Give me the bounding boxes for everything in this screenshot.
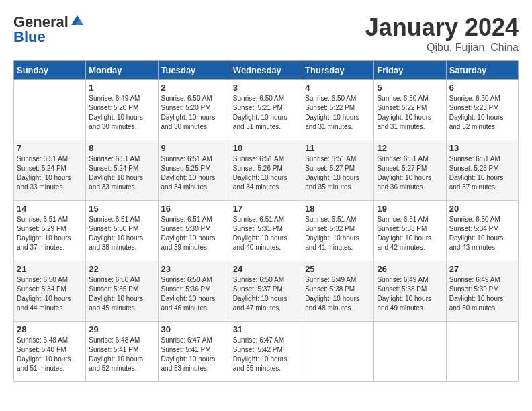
calendar-cell: 16Sunrise: 6:51 AM Sunset: 5:30 PM Dayli…	[158, 201, 230, 261]
day-info: Sunrise: 6:51 AM Sunset: 5:27 PM Dayligh…	[305, 154, 371, 192]
day-info: Sunrise: 6:50 AM Sunset: 5:22 PM Dayligh…	[377, 94, 443, 132]
day-info: Sunrise: 6:51 AM Sunset: 5:24 PM Dayligh…	[89, 154, 154, 192]
calendar-cell: 19Sunrise: 6:51 AM Sunset: 5:33 PM Dayli…	[374, 201, 446, 261]
calendar-cell: 22Sunrise: 6:50 AM Sunset: 5:35 PM Dayli…	[86, 261, 158, 322]
day-info: Sunrise: 6:51 AM Sunset: 5:33 PM Dayligh…	[377, 215, 443, 253]
calendar-cell	[446, 322, 518, 382]
logo-icon	[70, 13, 85, 28]
day-info: Sunrise: 6:51 AM Sunset: 5:27 PM Dayligh…	[377, 154, 443, 192]
day-number: 27	[449, 264, 515, 274]
calendar-cell: 1Sunrise: 6:49 AM Sunset: 5:20 PM Daylig…	[86, 80, 158, 140]
day-info: Sunrise: 6:51 AM Sunset: 5:32 PM Dayligh…	[305, 215, 371, 253]
calendar-cell: 5Sunrise: 6:50 AM Sunset: 5:22 PM Daylig…	[374, 80, 446, 140]
day-info: Sunrise: 6:50 AM Sunset: 5:35 PM Dayligh…	[89, 275, 154, 313]
day-number: 28	[17, 324, 83, 334]
calendar-cell: 28Sunrise: 6:48 AM Sunset: 5:40 PM Dayli…	[14, 322, 86, 382]
day-number: 30	[161, 324, 227, 334]
calendar-cell: 31Sunrise: 6:47 AM Sunset: 5:42 PM Dayli…	[230, 322, 302, 382]
day-info: Sunrise: 6:49 AM Sunset: 5:38 PM Dayligh…	[377, 275, 443, 313]
day-number: 21	[17, 264, 83, 274]
calendar-cell: 17Sunrise: 6:51 AM Sunset: 5:31 PM Dayli…	[230, 201, 302, 261]
day-number: 12	[377, 143, 443, 153]
calendar-cell: 27Sunrise: 6:49 AM Sunset: 5:39 PM Dayli…	[446, 261, 518, 322]
calendar-cell: 9Sunrise: 6:51 AM Sunset: 5:25 PM Daylig…	[158, 140, 230, 201]
calendar-cell: 18Sunrise: 6:51 AM Sunset: 5:32 PM Dayli…	[302, 201, 374, 261]
calendar-table: SundayMondayTuesdayWednesdayThursdayFrid…	[13, 60, 519, 382]
day-number: 9	[161, 143, 227, 153]
day-number: 4	[305, 83, 371, 93]
calendar-cell: 12Sunrise: 6:51 AM Sunset: 5:27 PM Dayli…	[374, 140, 446, 201]
title-block: January 2024 Qibu, Fujian, China	[365, 13, 519, 54]
day-info: Sunrise: 6:50 AM Sunset: 5:22 PM Dayligh…	[305, 94, 371, 132]
day-info: Sunrise: 6:50 AM Sunset: 5:34 PM Dayligh…	[17, 275, 83, 313]
day-number: 23	[161, 264, 227, 274]
day-info: Sunrise: 6:51 AM Sunset: 5:29 PM Dayligh…	[17, 215, 83, 253]
day-number: 8	[89, 143, 154, 153]
calendar-cell: 14Sunrise: 6:51 AM Sunset: 5:29 PM Dayli…	[14, 201, 86, 261]
col-header-monday: Monday	[86, 61, 158, 80]
day-info: Sunrise: 6:50 AM Sunset: 5:23 PM Dayligh…	[449, 94, 515, 132]
day-number: 6	[449, 83, 515, 93]
page-header: General Blue January 2024 Qibu, Fujian, …	[13, 13, 519, 54]
day-number: 1	[89, 83, 154, 93]
day-info: Sunrise: 6:49 AM Sunset: 5:20 PM Dayligh…	[89, 94, 154, 132]
day-info: Sunrise: 6:48 AM Sunset: 5:41 PM Dayligh…	[89, 336, 154, 373]
day-number: 17	[233, 203, 299, 214]
col-header-tuesday: Tuesday	[158, 61, 230, 80]
day-info: Sunrise: 6:49 AM Sunset: 5:39 PM Dayligh…	[449, 275, 515, 313]
day-number: 26	[377, 264, 443, 274]
calendar-cell: 10Sunrise: 6:51 AM Sunset: 5:26 PM Dayli…	[230, 140, 302, 201]
day-number: 25	[305, 264, 371, 274]
calendar-cell: 6Sunrise: 6:50 AM Sunset: 5:23 PM Daylig…	[446, 80, 518, 140]
day-info: Sunrise: 6:51 AM Sunset: 5:30 PM Dayligh…	[161, 215, 227, 253]
calendar-cell: 29Sunrise: 6:48 AM Sunset: 5:41 PM Dayli…	[86, 322, 158, 382]
day-info: Sunrise: 6:50 AM Sunset: 5:36 PM Dayligh…	[161, 275, 227, 313]
day-number: 15	[89, 203, 154, 214]
calendar-cell: 15Sunrise: 6:51 AM Sunset: 5:30 PM Dayli…	[86, 201, 158, 261]
col-header-wednesday: Wednesday	[230, 61, 302, 80]
day-number: 29	[89, 324, 154, 334]
calendar-cell	[14, 80, 86, 140]
day-info: Sunrise: 6:48 AM Sunset: 5:40 PM Dayligh…	[17, 336, 83, 373]
day-info: Sunrise: 6:51 AM Sunset: 5:26 PM Dayligh…	[233, 154, 299, 192]
day-info: Sunrise: 6:51 AM Sunset: 5:31 PM Dayligh…	[233, 215, 299, 253]
day-info: Sunrise: 6:49 AM Sunset: 5:38 PM Dayligh…	[305, 275, 371, 313]
calendar-cell: 23Sunrise: 6:50 AM Sunset: 5:36 PM Dayli…	[158, 261, 230, 322]
month-title: January 2024	[365, 13, 519, 42]
day-number: 3	[233, 83, 299, 93]
location: Qibu, Fujian, China	[365, 42, 519, 54]
day-info: Sunrise: 6:47 AM Sunset: 5:42 PM Dayligh…	[233, 336, 299, 373]
day-number: 24	[233, 264, 299, 274]
day-number: 2	[161, 83, 227, 93]
calendar-cell: 30Sunrise: 6:47 AM Sunset: 5:41 PM Dayli…	[158, 322, 230, 382]
day-info: Sunrise: 6:50 AM Sunset: 5:21 PM Dayligh…	[233, 94, 299, 132]
day-number: 19	[377, 203, 443, 214]
day-number: 7	[17, 143, 83, 153]
day-info: Sunrise: 6:47 AM Sunset: 5:41 PM Dayligh…	[161, 336, 227, 373]
calendar-cell: 2Sunrise: 6:50 AM Sunset: 5:20 PM Daylig…	[158, 80, 230, 140]
calendar-cell: 8Sunrise: 6:51 AM Sunset: 5:24 PM Daylig…	[86, 140, 158, 201]
day-number: 5	[377, 83, 443, 93]
day-info: Sunrise: 6:50 AM Sunset: 5:20 PM Dayligh…	[161, 94, 227, 132]
day-number: 13	[449, 143, 515, 153]
day-number: 31	[233, 324, 299, 334]
calendar-cell: 7Sunrise: 6:51 AM Sunset: 5:24 PM Daylig…	[14, 140, 86, 201]
day-number: 18	[305, 203, 371, 214]
day-number: 16	[161, 203, 227, 214]
calendar-cell	[374, 322, 446, 382]
logo: General Blue	[13, 13, 85, 46]
calendar-cell: 25Sunrise: 6:49 AM Sunset: 5:38 PM Dayli…	[302, 261, 374, 322]
col-header-saturday: Saturday	[446, 61, 518, 80]
day-number: 22	[89, 264, 154, 274]
col-header-sunday: Sunday	[14, 61, 86, 80]
calendar-cell: 11Sunrise: 6:51 AM Sunset: 5:27 PM Dayli…	[302, 140, 374, 201]
calendar-cell: 4Sunrise: 6:50 AM Sunset: 5:22 PM Daylig…	[302, 80, 374, 140]
day-info: Sunrise: 6:51 AM Sunset: 5:25 PM Dayligh…	[161, 154, 227, 192]
calendar-cell: 26Sunrise: 6:49 AM Sunset: 5:38 PM Dayli…	[374, 261, 446, 322]
day-info: Sunrise: 6:50 AM Sunset: 5:34 PM Dayligh…	[449, 215, 515, 253]
calendar-cell: 24Sunrise: 6:50 AM Sunset: 5:37 PM Dayli…	[230, 261, 302, 322]
col-header-friday: Friday	[374, 61, 446, 80]
day-number: 14	[17, 203, 83, 214]
day-info: Sunrise: 6:51 AM Sunset: 5:30 PM Dayligh…	[89, 215, 154, 253]
calendar-cell: 21Sunrise: 6:50 AM Sunset: 5:34 PM Dayli…	[14, 261, 86, 322]
